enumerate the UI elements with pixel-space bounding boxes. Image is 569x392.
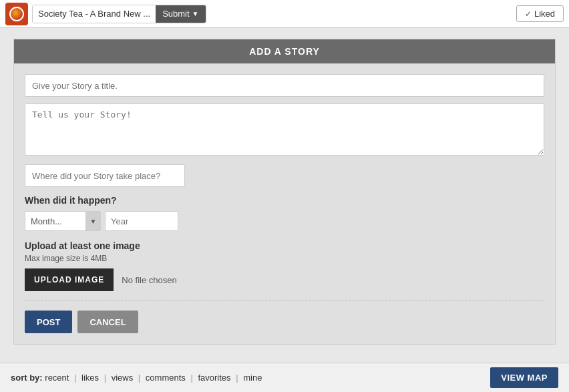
sort-links: recent | likes | views | comments | favo… xyxy=(45,373,262,383)
logo-image xyxy=(9,7,24,21)
dropdown-arrow-icon: ▼ xyxy=(192,10,199,17)
sort-views-link[interactable]: views xyxy=(112,373,134,383)
add-story-title: ADD A STORY xyxy=(249,46,320,57)
month-select-wrapper[interactable]: Month... JanuaryFebruaryMarchAprilMayJun… xyxy=(25,211,101,231)
sort-sep-2: | xyxy=(104,373,109,383)
sort-sep-5: | xyxy=(236,373,240,383)
sort-sep-3: | xyxy=(138,373,143,383)
upload-image-button[interactable]: UPLOAD IMAGE xyxy=(25,268,114,291)
action-row: POST CANCEL xyxy=(25,311,544,333)
header-left: Society Tea - A Brand New ... Submit ▼ xyxy=(5,3,206,25)
main-content: ADD A STORY When did it happen? Month...… xyxy=(0,28,569,345)
upload-size-note: Max image size is 4MB xyxy=(25,254,544,263)
sort-sep-1: | xyxy=(74,373,79,383)
sort-bar: sort by: recent | likes | views | commen… xyxy=(0,363,569,392)
month-select[interactable]: Month... JanuaryFebruaryMarchAprilMayJun… xyxy=(25,211,85,231)
post-button[interactable]: POST xyxy=(25,311,72,333)
liked-button[interactable]: ✓ Liked xyxy=(516,5,564,22)
location-input[interactable] xyxy=(25,164,185,187)
upload-row: UPLOAD IMAGE No file chosen xyxy=(25,268,544,291)
submit-button[interactable]: Submit ▼ xyxy=(156,5,205,23)
sort-mine-link[interactable]: mine xyxy=(243,373,262,383)
sort-favorites-link[interactable]: favorites xyxy=(198,373,230,383)
cancel-button[interactable]: CANCEL xyxy=(77,311,138,333)
upload-section-label: Upload at least one image xyxy=(25,240,544,251)
sort-sep-4: | xyxy=(190,373,195,383)
header: Society Tea - A Brand New ... Submit ▼ ✓… xyxy=(0,0,569,28)
sort-recent-link[interactable]: recent xyxy=(45,373,69,383)
liked-label: Liked xyxy=(534,9,555,19)
sort-text: sort by: recent | likes | views | commen… xyxy=(11,373,262,383)
sort-likes-link[interactable]: likes xyxy=(81,373,99,383)
month-dropdown-button[interactable]: ▼ xyxy=(85,211,100,231)
brand-dropdown[interactable]: Society Tea - A Brand New ... Submit ▼ xyxy=(32,5,206,23)
sort-by-label: sort by: xyxy=(11,373,43,383)
year-input[interactable] xyxy=(105,211,178,231)
view-map-button[interactable]: VIEW MAP xyxy=(490,367,558,388)
add-story-section: ADD A STORY When did it happen? Month...… xyxy=(13,39,556,345)
story-text-input[interactable] xyxy=(25,104,544,156)
brand-name: Society Tea - A Brand New ... xyxy=(33,5,156,23)
submit-label: Submit xyxy=(162,9,189,19)
divider xyxy=(25,301,544,301)
add-story-header: ADD A STORY xyxy=(14,39,555,63)
no-file-text: No file chosen xyxy=(122,275,176,285)
story-title-input[interactable] xyxy=(25,74,544,97)
date-row: Month... JanuaryFebruaryMarchAprilMayJun… xyxy=(25,211,544,231)
when-label: When did it happen? xyxy=(25,195,544,206)
check-icon: ✓ xyxy=(525,9,532,19)
form-area: When did it happen? Month... JanuaryFebr… xyxy=(14,74,555,333)
sort-comments-link[interactable]: comments xyxy=(146,373,186,383)
logo xyxy=(5,3,28,25)
